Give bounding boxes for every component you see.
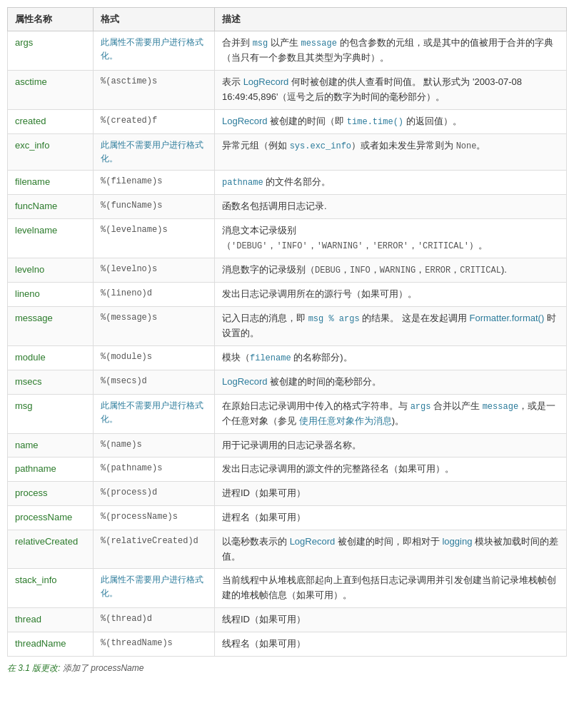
table-row: stack_info此属性不需要用户进行格式化。当前线程中从堆栈底部起向上直到包… [8, 569, 567, 608]
attr-name-cell: pathname [8, 457, 94, 482]
desc-cell: 进程ID（如果可用） [215, 482, 567, 506]
col-header-attr: 属性名称 [8, 8, 94, 31]
table-row: name%(name)s用于记录调用的日志记录器名称。 [8, 433, 567, 457]
attr-name-cell: processName [8, 506, 94, 530]
table-row: thread%(thread)d线程ID（如果可用） [8, 608, 567, 632]
table-row: process%(process)d进程ID（如果可用） [8, 482, 567, 506]
format-cell: %(pathname)s [94, 457, 215, 482]
table-row: message%(message)s记入日志的消息，即 msg % args 的… [8, 306, 567, 345]
attr-name-cell: msg [8, 394, 94, 433]
format-cell: %(levelno)s [94, 258, 215, 282]
table-row: args此属性不需要用户进行格式化。合并到 msg 以产生 message 的包… [8, 31, 567, 71]
desc-cell: 模块（filename 的名称部分)。 [215, 345, 567, 370]
format-cell: 此属性不需要用户进行格式化。 [94, 394, 215, 433]
attr-name-cell: process [8, 482, 94, 506]
table-row: filename%(filename)spathname 的文件名部分。 [8, 170, 567, 194]
format-cell: %(processName)s [94, 506, 215, 530]
table-row: levelname%(levelname)s消息文本记录级别（'DEBUG'，'… [8, 218, 567, 258]
version-note: 在 3.1 版更改: [7, 663, 61, 673]
attr-name-cell: asctime [8, 70, 94, 109]
attr-name-cell: msecs [8, 370, 94, 394]
attr-name-cell: args [8, 31, 94, 71]
table-row: created%(created)fLogRecord 被创建的时间（即 tim… [8, 109, 567, 133]
attr-name-cell: module [8, 345, 94, 370]
desc-cell: 以毫秒数表示的 LogRecord 被创建的时间，即相对于 logging 模块… [215, 530, 567, 569]
table-row: exc_info此属性不需要用户进行格式化。异常元组（例如 sys.exc_in… [8, 133, 567, 170]
attr-name-cell: message [8, 306, 94, 345]
format-cell: %(module)s [94, 345, 215, 370]
table-row: funcName%(funcName)s函数名包括调用日志记录. [8, 194, 567, 218]
format-cell: %(msecs)d [94, 370, 215, 394]
attr-name-cell: lineno [8, 282, 94, 306]
format-cell: %(filename)s [94, 170, 215, 194]
format-cell: %(process)d [94, 482, 215, 506]
col-header-format: 格式 [94, 8, 215, 31]
format-cell: %(name)s [94, 433, 215, 457]
attr-name-cell: filename [8, 170, 94, 194]
table-row: msg此属性不需要用户进行格式化。在原始日志记录调用中传入的格式字符串。与 ar… [8, 394, 567, 433]
format-cell: %(thread)d [94, 608, 215, 632]
format-cell: %(asctime)s [94, 70, 215, 109]
table-row: pathname%(pathname)s发出日志记录调用的源文件的完整路径名（如… [8, 457, 567, 482]
format-cell: %(threadName)s [94, 632, 215, 656]
table-row: module%(module)s模块（filename 的名称部分)。 [8, 345, 567, 370]
desc-cell: 异常元组（例如 sys.exc_info）或者如未发生异常则为 None。 [215, 133, 567, 170]
table-row: relativeCreated%(relativeCreated)d以毫秒数表示… [8, 530, 567, 569]
desc-cell: 函数名包括调用日志记录. [215, 194, 567, 218]
col-header-desc: 描述 [215, 8, 567, 31]
desc-cell: LogRecord 被创建的时间的毫秒部分。 [215, 370, 567, 394]
desc-cell: 消息数字的记录级别（DEBUG，INFO，WARNING，ERROR，CRITI… [215, 258, 567, 282]
attr-name-cell: exc_info [8, 133, 94, 170]
desc-cell: 消息文本记录级别（'DEBUG'，'INFO'，'WARNING'，'ERROR… [215, 218, 567, 258]
desc-cell: 记入日志的消息，即 msg % args 的结果。 这是在发起调用 Format… [215, 306, 567, 345]
attr-name-cell: levelno [8, 258, 94, 282]
table-row: threadName%(threadName)s线程名（如果可用） [8, 632, 567, 656]
attr-name-cell: threadName [8, 632, 94, 656]
attr-name-cell: relativeCreated [8, 530, 94, 569]
desc-cell: 在原始日志记录调用中传入的格式字符串。与 args 合并以产生 message，… [215, 394, 567, 433]
desc-cell: pathname 的文件名部分。 [215, 170, 567, 194]
desc-cell: 进程名（如果可用） [215, 506, 567, 530]
format-cell: %(levelname)s [94, 218, 215, 258]
desc-cell: 当前线程中从堆栈底部起向上直到包括日志记录调用并引发创建当前记录堆栈帧创建的堆栈… [215, 569, 567, 608]
format-cell: %(created)f [94, 109, 215, 133]
attr-name-cell: name [8, 433, 94, 457]
table-row: levelno%(levelno)s消息数字的记录级别（DEBUG，INFO，W… [8, 258, 567, 282]
desc-cell: 发出日志记录调用的源文件的完整路径名（如果可用）。 [215, 457, 567, 482]
attr-name-cell: funcName [8, 194, 94, 218]
desc-cell: 发出日志记录调用所在的源行号（如果可用）。 [215, 282, 567, 306]
desc-cell: 线程名（如果可用） [215, 632, 567, 656]
format-cell: %(funcName)s [94, 194, 215, 218]
format-cell: %(message)s [94, 306, 215, 345]
format-cell: %(lineno)d [94, 282, 215, 306]
desc-cell: LogRecord 被创建的时间（即 time.time() 的返回值）。 [215, 109, 567, 133]
desc-cell: 用于记录调用的日志记录器名称。 [215, 433, 567, 457]
attributes-table: 属性名称 格式 描述 args此属性不需要用户进行格式化。合并到 msg 以产生… [7, 7, 567, 657]
version-detail: 添加了 processName [63, 663, 144, 673]
format-cell: 此属性不需要用户进行格式化。 [94, 133, 215, 170]
attr-name-cell: created [8, 109, 94, 133]
format-cell: 此属性不需要用户进行格式化。 [94, 31, 215, 71]
table-row: asctime%(asctime)s表示 LogRecord 何时被创建的供人查… [8, 70, 567, 109]
desc-cell: 表示 LogRecord 何时被创建的供人查看时间值。 默认形式为 '2003-… [215, 70, 567, 109]
footer-note: 在 3.1 版更改: 添加了 processName [7, 662, 567, 674]
format-cell: 此属性不需要用户进行格式化。 [94, 569, 215, 608]
desc-cell: 线程ID（如果可用） [215, 608, 567, 632]
attr-name-cell: levelname [8, 218, 94, 258]
table-row: msecs%(msecs)dLogRecord 被创建的时间的毫秒部分。 [8, 370, 567, 394]
desc-cell: 合并到 msg 以产生 message 的包含参数的元组，或是其中的值被用于合并… [215, 31, 567, 71]
table-row: lineno%(lineno)d发出日志记录调用所在的源行号（如果可用）。 [8, 282, 567, 306]
format-cell: %(relativeCreated)d [94, 530, 215, 569]
attr-name-cell: thread [8, 608, 94, 632]
attr-name-cell: stack_info [8, 569, 94, 608]
table-row: processName%(processName)s进程名（如果可用） [8, 506, 567, 530]
